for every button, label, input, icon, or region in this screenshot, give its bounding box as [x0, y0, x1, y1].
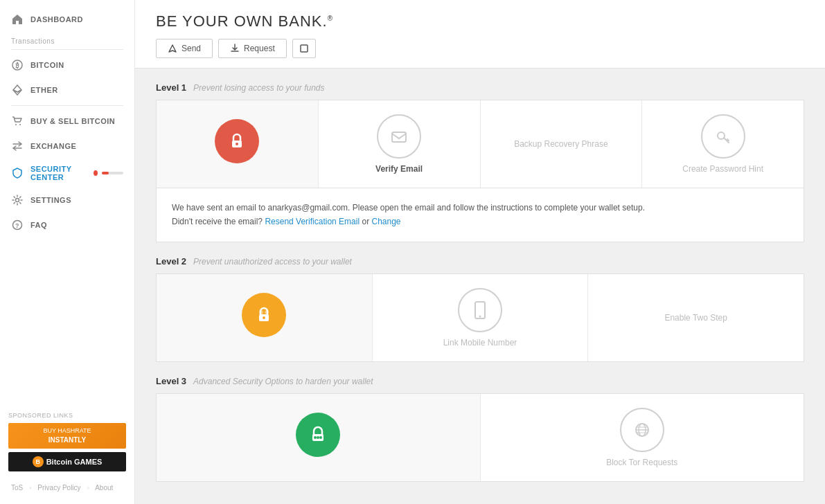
level1-card-completed[interactable]: [157, 100, 319, 188]
send-button[interactable]: Send: [156, 39, 213, 58]
level1-card-verify-email[interactable]: Verify Email: [319, 100, 481, 188]
password-hint-label: Create Password Hint: [682, 164, 763, 174]
gear-icon: [11, 194, 24, 206]
divider2: [11, 105, 123, 106]
mobile-icon: [472, 300, 488, 320]
levels-content: Level 1 Prevent losing access to your fu…: [135, 69, 825, 504]
info-separator: or: [362, 217, 371, 226]
svg-text:?: ?: [15, 222, 19, 229]
banner1-bottom: INSTANTLY: [14, 435, 121, 444]
sidebar-item-buy-sell[interactable]: BUY & SELL BITCOIN: [0, 109, 134, 134]
tor-icon-circle: [620, 408, 664, 452]
footer-dot1: ◦: [29, 484, 32, 492]
level2-card-mobile[interactable]: Link Mobile Number: [373, 274, 589, 361]
info-text1: We have sent an email to anarkyas@gmail.…: [172, 201, 788, 215]
svg-point-15: [263, 316, 265, 319]
sidebar-item-dashboard[interactable]: DASHBOARD: [0, 7, 134, 32]
hashrate-banner[interactable]: BUY HASHRATE INSTANTLY: [8, 423, 126, 449]
sidebar-item-faq[interactable]: ? FAQ: [0, 213, 134, 237]
email-icon: [389, 127, 409, 146]
backup-label: Backup Recovery Phrase: [514, 139, 607, 149]
lock3-icon-circle: [296, 413, 340, 457]
svg-point-21: [314, 436, 317, 439]
change-email-link[interactable]: Change: [371, 217, 400, 226]
level1-card-backup[interactable]: Backup Recovery Phrase: [481, 100, 643, 188]
send-icon: [168, 44, 177, 53]
bitcoin-games-banner[interactable]: B Bitcoin GAMES: [8, 452, 126, 471]
level3-cards: Block Tor Requests: [156, 393, 804, 482]
more-button[interactable]: [292, 39, 316, 58]
level2-section: Level 2 Prevent unauthorized access to y…: [156, 256, 804, 362]
svg-point-23: [319, 436, 322, 439]
mobile-label: Link Mobile Number: [443, 338, 517, 348]
level3-card-completed[interactable]: [157, 394, 481, 481]
banner2-text: Bitcoin GAMES: [46, 458, 103, 466]
main-content: BE YOUR OWN BANK.® Send Request: [135, 0, 825, 504]
sidebar-item-settings[interactable]: SETTINGS: [0, 188, 134, 213]
svg-point-22: [317, 436, 319, 439]
home-icon: [11, 13, 24, 26]
svg-point-17: [265, 310, 269, 314]
info-text2: Didn't receive the email? Resend Verific…: [172, 215, 788, 228]
level3-subtitle: Advanced Security Options to harden your…: [193, 377, 373, 386]
ether-icon: [11, 84, 24, 96]
level3-title: Level 3: [156, 376, 186, 386]
about-link[interactable]: About: [95, 484, 113, 492]
transactions-label: Transactions: [0, 32, 134, 46]
tos-link[interactable]: ToS: [11, 484, 23, 492]
sidebar: DASHBOARD Transactions ₿ BITCOIN ETHER: [0, 0, 135, 504]
level1-info-box: We have sent an email to anarkyas@gmail.…: [156, 188, 804, 242]
lock2-icon: [254, 305, 274, 325]
sidebar-item-bitcoin[interactable]: ₿ BITCOIN: [0, 53, 134, 78]
header-actions: Send Request: [156, 39, 804, 58]
svg-point-4: [15, 124, 17, 125]
main-header: BE YOUR OWN BANK.® Send Request: [135, 0, 825, 69]
svg-marker-3: [13, 90, 21, 95]
level2-subtitle: Prevent unauthorized access to your wall…: [193, 257, 352, 267]
level3-section: Level 3 Advanced Security Options to har…: [156, 376, 804, 482]
security-badge: [94, 170, 98, 176]
lock-icon: [227, 132, 247, 151]
privacy-link[interactable]: Privacy Policy: [37, 484, 80, 492]
exchange-icon: [11, 140, 24, 152]
lock3-icon: [308, 425, 328, 444]
level1-header: Level 1 Prevent losing access to your fu…: [156, 82, 804, 93]
email-icon-circle: [377, 114, 421, 159]
level2-header: Level 2 Prevent unauthorized access to y…: [156, 256, 804, 267]
footer-dot2: ◦: [87, 484, 89, 492]
twostep-label: Enable Two Step: [664, 313, 727, 323]
level1-subtitle: Prevent losing access to your funds: [193, 83, 324, 93]
sidebar-item-ether[interactable]: ETHER: [0, 78, 134, 102]
banner1-top: BUY HASHRATE: [14, 427, 121, 435]
mobile-icon-circle: [458, 288, 502, 332]
resend-verification-link[interactable]: Resend Verification Email: [265, 217, 360, 226]
key-icon: [713, 127, 733, 146]
page-title: BE YOUR OWN BANK.®: [156, 12, 804, 30]
sidebar-item-security[interactable]: SECURITY CENTER: [0, 159, 134, 188]
sidebar-nav: DASHBOARD Transactions ₿ BITCOIN ETHER: [0, 0, 134, 405]
divider1: [11, 49, 123, 50]
level2-card-completed[interactable]: [157, 274, 373, 361]
svg-rect-12: [392, 132, 406, 142]
bitcoin-games-icon: B: [33, 456, 44, 467]
lock-icon-circle: [215, 119, 259, 163]
request-button[interactable]: Request: [218, 39, 287, 58]
cart-icon: [11, 115, 24, 127]
level2-cards: Link Mobile Number Enable Two Step: [156, 273, 804, 362]
more-icon: [300, 44, 308, 53]
level1-section: Level 1 Prevent losing access to your fu…: [156, 82, 804, 242]
sponsored-label: SPONSORED LINKS: [8, 412, 126, 419]
level3-header: Level 3 Advanced Security Options to har…: [156, 376, 804, 386]
tor-label: Block Tor Requests: [606, 458, 677, 467]
request-icon: [230, 44, 240, 53]
key-icon-circle: [701, 114, 745, 159]
level1-card-password[interactable]: Create Password Hint: [642, 100, 804, 188]
security-progress-bar: [102, 172, 123, 174]
svg-point-6: [16, 199, 19, 202]
sidebar-item-exchange[interactable]: EXCHANGE: [0, 134, 134, 159]
svg-point-19: [479, 315, 481, 317]
level1-title: Level 1: [156, 82, 186, 93]
level2-card-twostep[interactable]: Enable Two Step: [588, 274, 804, 361]
level3-card-tor[interactable]: Block Tor Requests: [481, 394, 804, 481]
svg-point-16: [259, 310, 263, 314]
